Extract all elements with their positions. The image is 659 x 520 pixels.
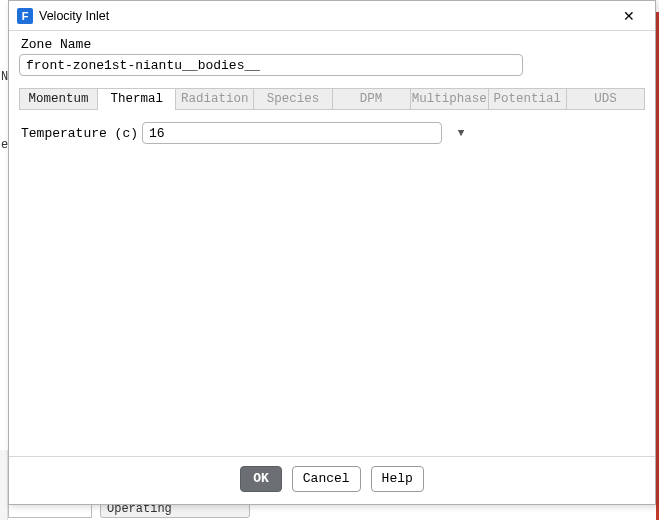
tab-label: Species [267, 92, 320, 106]
app-icon: F [17, 8, 33, 24]
close-icon: ✕ [623, 8, 635, 24]
tab-label: Radiation [181, 92, 249, 106]
tab-uds[interactable]: UDS [567, 88, 645, 109]
tab-bar: Momentum Thermal Radiation Species DPM M… [19, 88, 645, 110]
tab-label: Potential [494, 92, 562, 106]
zone-name-input[interactable] [19, 54, 523, 76]
dialog-title: Velocity Inlet [39, 9, 109, 23]
ok-button[interactable]: OK [240, 466, 282, 492]
tab-label: Momentum [29, 92, 89, 106]
tab-label: DPM [360, 92, 383, 106]
tab-momentum[interactable]: Momentum [19, 88, 98, 109]
tab-dpm[interactable]: DPM [333, 88, 411, 109]
tab-label: Thermal [110, 92, 163, 106]
cancel-button[interactable]: Cancel [292, 466, 361, 492]
temperature-dropdown-button[interactable]: ▼ [452, 124, 470, 142]
tab-species[interactable]: Species [254, 88, 332, 109]
thermal-panel: Temperature (c) ▼ [19, 110, 645, 456]
zone-name-label: Zone Name [21, 37, 645, 52]
bg-left-panel [0, 450, 8, 520]
chevron-down-icon: ▼ [458, 127, 465, 139]
tab-radiation[interactable]: Radiation [176, 88, 254, 109]
bg-left-chars: Ne [1, 60, 7, 162]
close-button[interactable]: ✕ [609, 2, 649, 30]
help-button[interactable]: Help [371, 466, 424, 492]
tab-potential[interactable]: Potential [489, 88, 567, 109]
titlebar: F Velocity Inlet ✕ [9, 1, 655, 31]
dialog-footer: OK Cancel Help [9, 456, 655, 504]
tab-thermal[interactable]: Thermal [98, 88, 176, 109]
velocity-inlet-dialog: F Velocity Inlet ✕ Zone Name Momentum Th… [8, 0, 656, 505]
temperature-label: Temperature (c) [21, 126, 138, 141]
tab-label: Multiphase [412, 92, 487, 106]
tab-multiphase[interactable]: Multiphase [411, 88, 489, 109]
temperature-input[interactable] [142, 122, 442, 144]
tab-label: UDS [594, 92, 617, 106]
